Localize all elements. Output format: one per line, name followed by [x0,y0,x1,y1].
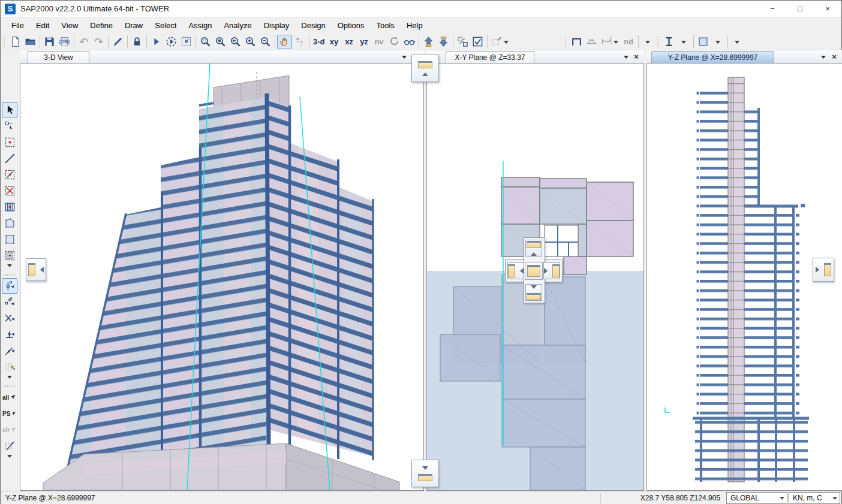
menu-design[interactable]: Design [295,17,331,34]
select-all-button[interactable]: all [2,390,17,405]
rubber-band-zoom-button[interactable] [179,35,194,49]
rotate-view-button[interactable] [387,35,402,49]
snap-to-joints-button[interactable] [2,278,17,294]
refresh-window-button[interactable] [110,35,125,49]
cross-down-button[interactable] [525,284,542,301]
snap-to-lines-button[interactable] [2,343,17,358]
cross-right-button[interactable] [543,262,560,279]
i-section-dropdown[interactable] [676,35,691,49]
snap-tools-dropdown[interactable] [7,376,12,381]
draw-tools-dropdown[interactable] [7,264,12,270]
panel-xy-close[interactable]: × [632,53,640,61]
run-options-button[interactable] [164,35,179,49]
move-down-in-list-button[interactable] [436,35,451,49]
panel-yz-dropdown[interactable] [819,53,828,61]
reshape-object-button[interactable] [2,118,17,134]
snap-to-grid-button[interactable] [2,359,17,375]
move-down-story-button[interactable] [411,460,439,487]
cross-up-button[interactable] [525,240,542,256]
cross-left-button[interactable] [507,262,524,279]
panel-xy-dropdown[interactable] [622,53,630,61]
menu-edit[interactable]: Edit [30,17,55,34]
menu-options[interactable]: Options [332,17,371,34]
cross-center-button[interactable] [525,262,543,280]
perspective-toggle-button[interactable] [402,35,417,49]
assign-to-group-button[interactable] [489,35,512,49]
coordinate-system-select[interactable]: GLOBAL [726,492,787,504]
redo-button[interactable]: ↷ [91,35,106,49]
tab-xy-plane[interactable]: X-Y Plane @ Z=33.37 [446,51,534,63]
quick-draw-braces-button[interactable] [2,183,17,198]
snap-to-midpoints-button[interactable] [2,294,17,310]
menu-tools[interactable]: Tools [371,17,401,34]
units-select[interactable]: KN, m, C [789,492,840,504]
select-tools-dropdown[interactable] [7,455,12,460]
named-display-button[interactable]: nd [621,35,636,49]
undo-button[interactable]: ↶ [76,35,91,49]
save-button[interactable] [42,35,57,49]
open-file-button[interactable] [23,35,38,49]
select-by-line-button[interactable] [2,438,17,454]
zoom-window-button[interactable] [198,35,213,49]
run-analysis-button[interactable] [149,35,164,49]
snap-to-intersections-button[interactable] [2,310,17,326]
snap-to-perpendicular-button[interactable] [2,327,17,342]
tab-yz-plane[interactable]: Y-Z Plane @ X=28.6999997 [651,51,774,63]
viewport-3d[interactable] [20,63,424,491]
menu-view[interactable]: View [55,17,84,34]
set-display-options-button[interactable] [470,35,485,49]
frame-section-button[interactable] [569,35,584,49]
menu-select[interactable]: Select [149,17,182,34]
print-button[interactable] [57,35,72,49]
clear-selection-button[interactable]: clr [2,422,17,437]
draw-poly-area-button[interactable] [2,215,17,231]
maximize-button[interactable]: □ [786,1,814,17]
menu-display[interactable]: Display [258,17,296,34]
lock-model-button[interactable] [130,35,145,49]
zoom-in-button[interactable] [243,35,258,49]
menu-file[interactable]: File [5,17,30,34]
select-pointer-button[interactable] [2,102,17,117]
pan-button[interactable] [277,35,292,49]
menu-define[interactable]: Define [84,17,119,34]
menu-help[interactable]: Help [401,17,429,34]
view-xz-button[interactable]: xz [342,35,357,49]
i-section-properties-button[interactable] [661,35,676,49]
view-xy-button[interactable]: xy [327,35,342,49]
cable-button[interactable] [599,35,621,49]
step-through-button[interactable] [292,35,307,49]
zoom-out-button[interactable] [258,35,273,49]
draw-rectangular-area-button[interactable] [2,231,17,247]
menu-assign[interactable]: Assign [182,17,218,34]
area-section-dropdown[interactable] [711,35,726,49]
move-right-story-button[interactable] [813,258,834,282]
draw-special-joint-button[interactable] [2,134,17,150]
menu-draw[interactable]: Draw [119,17,149,34]
view-3d-button[interactable]: 3-d [311,35,327,49]
triangle-right-icon [544,268,551,274]
view-yz-button[interactable]: yz [357,35,372,49]
close-button[interactable]: × [814,1,841,17]
area-section-properties-button[interactable] [696,35,711,49]
quick-draw-area-button[interactable] [2,248,17,263]
move-up-story-button[interactable] [411,55,439,82]
restore-previous-zoom-button[interactable] [228,35,243,49]
bridge-wizard-button[interactable] [584,35,599,49]
minimize-button[interactable]: − [759,1,786,17]
draw-frame-button[interactable] [2,150,17,166]
quick-draw-frame-button[interactable] [2,167,17,182]
panel-yz-close[interactable]: × [830,53,838,61]
zoom-in-one-step-button[interactable] [213,35,228,49]
quick-draw-secondary-beams-button[interactable] [2,199,17,215]
previous-selection-button[interactable]: PS [2,406,17,421]
view-nv-button[interactable]: nv [372,35,387,49]
object-shrink-toggle-button[interactable] [455,35,470,49]
menu-analyze[interactable]: Analyze [218,17,257,34]
more-views-dropdown[interactable] [640,35,655,49]
move-up-in-list-button[interactable] [421,35,436,49]
panel-3d-dropdown[interactable] [400,53,408,61]
more-tools-dropdown[interactable] [730,35,745,49]
tab-3d-view[interactable]: 3-D View [28,51,89,63]
new-model-button[interactable] [8,35,23,49]
move-left-story-button[interactable] [26,258,46,281]
